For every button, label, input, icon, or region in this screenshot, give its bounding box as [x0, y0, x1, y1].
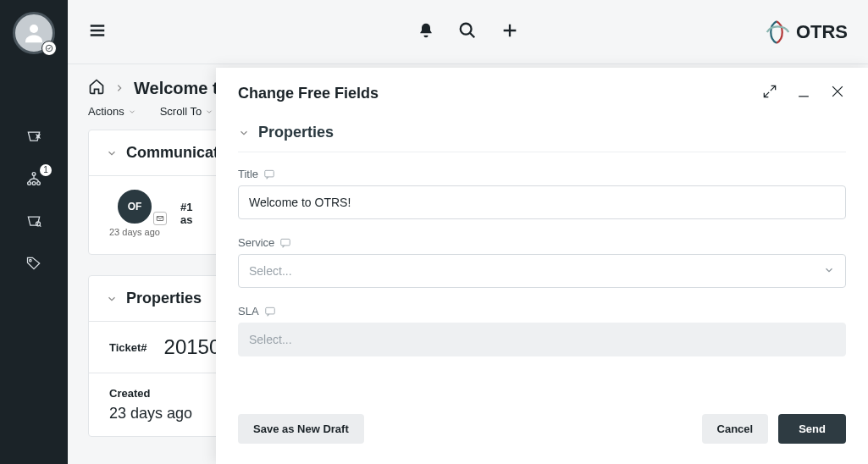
- sla-select: Select...: [238, 323, 846, 356]
- favorites-icon[interactable]: [25, 127, 43, 146]
- processes-badge: 1: [40, 164, 52, 176]
- ticket-search-icon[interactable]: [25, 212, 43, 230]
- dialog-body: Properties Title Service Select...: [216, 103, 868, 397]
- svg-point-7: [30, 259, 32, 262]
- top-bar: OTRS: [68, 0, 868, 64]
- dialog-title: Change Free Fields: [238, 85, 379, 102]
- save-draft-button[interactable]: Save as New Draft: [238, 414, 364, 444]
- dialog-header: Change Free Fields: [216, 68, 868, 103]
- properties-section-header[interactable]: Properties: [238, 124, 846, 152]
- title-input[interactable]: [238, 185, 846, 219]
- title-field: Title: [238, 168, 846, 219]
- logo-mark-icon: [764, 19, 789, 45]
- comment-icon[interactable]: [279, 237, 291, 249]
- scrollto-dropdown[interactable]: Scroll To: [160, 105, 214, 118]
- chevron-down-icon: [128, 108, 136, 116]
- brand-logo[interactable]: OTRS: [764, 19, 848, 45]
- chevron-down-icon: [205, 108, 213, 116]
- svg-point-0: [30, 25, 38, 33]
- tag-icon[interactable]: [25, 254, 43, 273]
- scrollto-label: Scroll To: [160, 105, 202, 118]
- chevron-down-icon: [106, 293, 118, 305]
- home-icon[interactable]: [88, 78, 105, 98]
- article-time: 23 days ago: [109, 227, 160, 237]
- breadcrumb-sep-icon: [115, 80, 124, 96]
- sla-field: SLA Select...: [238, 305, 846, 356]
- svg-rect-11: [281, 239, 290, 246]
- sla-field-label: SLA: [238, 305, 259, 318]
- service-field: Service Select...: [238, 236, 846, 288]
- left-nav-rail: 1: [0, 0, 68, 464]
- properties-title: Properties: [126, 290, 202, 307]
- minimize-icon[interactable]: [795, 83, 812, 103]
- chevron-down-icon: [238, 127, 250, 139]
- svg-point-8: [460, 23, 471, 34]
- search-icon[interactable]: [458, 21, 477, 43]
- service-placeholder: Select...: [249, 264, 292, 278]
- svg-rect-10: [265, 170, 274, 177]
- chevron-down-icon: [823, 264, 835, 279]
- brand-text: OTRS: [796, 21, 848, 43]
- svg-point-1: [46, 45, 53, 52]
- service-field-label: Service: [238, 236, 274, 249]
- chevron-down-icon: [106, 147, 118, 159]
- add-icon[interactable]: [500, 21, 519, 43]
- comm-avatar-wrap: OF 23 days ago: [109, 190, 160, 237]
- user-avatar[interactable]: [13, 12, 55, 54]
- ticket-number-value: 20150: [164, 335, 221, 359]
- actions-label: Actions: [88, 105, 124, 118]
- change-free-fields-dialog: Change Free Fields Properties Title: [216, 68, 868, 464]
- cancel-button[interactable]: Cancel: [702, 414, 769, 444]
- notifications-icon[interactable]: [417, 22, 434, 42]
- article-subject: as: [180, 213, 192, 226]
- svg-point-4: [37, 182, 41, 185]
- service-select[interactable]: Select...: [238, 254, 846, 288]
- dialog-footer: Save as New Draft Cancel Send: [216, 397, 868, 464]
- comment-icon[interactable]: [264, 306, 276, 318]
- svg-rect-12: [265, 307, 274, 314]
- title-field-label: Title: [238, 168, 258, 180]
- properties-section-title: Properties: [258, 124, 334, 141]
- article-preview[interactable]: #1 as: [180, 201, 192, 226]
- close-icon[interactable]: [829, 83, 846, 103]
- ticket-number-label: Ticket#: [109, 341, 147, 354]
- svg-point-3: [32, 182, 36, 185]
- article-number: #1: [180, 201, 192, 213]
- avatar-status-badge: [41, 41, 57, 56]
- svg-point-5: [32, 173, 36, 176]
- sla-placeholder: Select...: [249, 333, 292, 346]
- actions-dropdown[interactable]: Actions: [88, 105, 136, 118]
- mail-icon: [153, 212, 167, 225]
- comment-icon[interactable]: [263, 168, 275, 180]
- send-button[interactable]: Send: [778, 414, 846, 444]
- processes-icon[interactable]: 1: [25, 169, 43, 188]
- expand-icon[interactable]: [761, 83, 778, 103]
- menu-icon[interactable]: [88, 21, 107, 43]
- article-author-avatar[interactable]: OF: [118, 190, 152, 224]
- svg-point-2: [28, 182, 31, 185]
